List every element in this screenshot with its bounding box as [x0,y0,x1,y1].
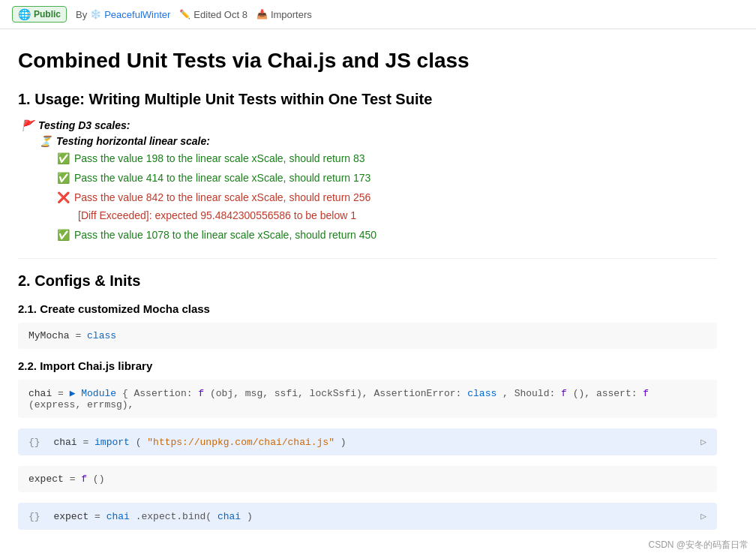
badge-label: Public [34,9,61,20]
expect-left: {} expect = chai .expect.bind( chai ) [28,511,253,522]
test-item-3: ❌ Pass the value 842 to the linear scale… [57,190,717,206]
code-f1: f [198,388,204,399]
importers-label: Importers [271,9,312,20]
code-import-kw: import [94,437,130,448]
flag-icon: 🚩 [21,119,34,131]
code-import-paren: ( [136,437,142,448]
pass-icon-1: ✅ [57,151,70,167]
code-module-brace: { [122,388,128,399]
code-f1-args: (obj, msg, ssfi, lockSsfi), [210,388,374,399]
code-expect-bind: expect = chai .expect.bind( chai ) [53,511,252,522]
code-class-kw: class [87,330,116,341]
fail-icon-3: ❌ [57,190,70,206]
test-subgroup: ⏳ Testing horizontal linear scale: ✅ Pas… [21,135,717,243]
code-equals: = [75,330,87,341]
pass-icon-2: ✅ [57,170,70,186]
code-import-line: chai = import ( "https://unpkg.com/chai/… [53,437,346,448]
code-expect-line1: expect = f () [28,473,104,485]
code-f4: f [81,473,87,485]
braces-icon: {} [28,437,40,448]
globe-icon: 🌐 [18,8,31,20]
code-f2-args: (), assert: [573,388,644,399]
code-expect-var: expect [28,473,64,485]
code-f2: f [561,388,567,399]
hourglass-icon: ⏳ [39,135,52,147]
main-content: Combined Unit Tests via Chai.js and JS c… [0,29,735,558]
test-item-2: ✅ Pass the value 414 to the linear scale… [57,170,717,186]
code-import-url: "https://unpkg.com/chai/chai.js" [147,437,334,448]
code-block-chai1: chai = ▶ Module { Assertion: f (obj, msg… [18,380,717,418]
test-cases: ✅ Pass the value 198 to the linear scale… [39,151,717,243]
run-arrow-2[interactable]: ▷ [700,510,706,522]
test-text-4: Pass the value 1078 to the linear scale … [74,227,376,243]
snowflake-icon: ❄️ [90,9,101,20]
diff-text: [Diff Exceeded]: expected 95.48423005565… [78,209,356,221]
code-expect-var2: expect [53,511,88,522]
sub22-heading: 2.2. Import Chai.js library [18,359,717,372]
section1-heading: 1. Usage: Writing Multiple Unit Tests wi… [18,89,717,109]
test-text-1: Pass the value 198 to the linear scale x… [74,151,365,167]
code-block-expect1: expect = f () [18,466,717,492]
watermark: CSDN @安冬的码畜日常 [648,539,748,551]
test-list: 🚩 Testing D3 scales: ⏳ Testing horizonta… [18,119,717,243]
subgroup-item: ⏳ Testing horizontal linear scale: [39,135,717,147]
code-assertion-label: Assertion: [134,388,199,399]
subgroup-label: Testing horizontal linear scale: [56,135,210,147]
code-module-arrow: ▶ Module [70,388,116,399]
test-text-3: Pass the value 842 to the linear scale x… [74,190,370,206]
import-left: {} chai = import ( "https://unpkg.com/ch… [28,437,346,448]
code-expect-eq: = [70,473,82,485]
code-assertion-err: AssertionError: [374,388,467,399]
code-expect-eq2: = [94,511,106,522]
section2-heading: 2. Configs & Inits [18,271,717,290]
pass-icon-4: ✅ [57,227,70,243]
main-title: Combined Unit Tests via Chai.js and JS c… [18,47,717,74]
code-block-expect2: {} expect = chai .expect.bind( chai ) ▷ [18,503,717,530]
header-bar: 🌐 Public By ❄️ PeacefulWinter ✏️ Edited … [0,0,756,29]
edited-info: ✏️ Edited Oct 8 [179,9,248,20]
author-name[interactable]: PeacefulWinter [104,9,170,20]
code-import-close: ) [340,437,346,448]
test-text-2: Pass the value 414 to the linear scale x… [74,170,370,186]
code-f3-args: (express, errmsg), [28,399,134,410]
test-item-1: ✅ Pass the value 198 to the linear scale… [57,151,717,167]
edited-label: Edited Oct 8 [194,9,248,20]
code-chai-var: chai [28,388,52,399]
braces-icon-2: {} [28,511,40,522]
code-chai-ref1: chai [106,511,130,522]
code-should-label: , Should: [502,388,561,399]
code-chai-eq2: = [82,437,94,448]
by-author: By ❄️ PeacefulWinter [76,9,170,20]
public-badge[interactable]: 🌐 Public [12,6,67,23]
code-f3: f [643,388,649,399]
code-chai-ref2: chai [218,511,241,522]
code-dot-expect: .expect.bind( [136,511,212,522]
code-block-import: {} chai = import ( "https://unpkg.com/ch… [18,428,717,455]
group-label: Testing D3 scales: [38,119,130,131]
code-block-21: MyMocha = class [18,323,717,349]
code-close-paren: ) [247,511,253,522]
edit-icon: ✏️ [179,9,190,20]
code-chai-line1: chai = ▶ Module { Assertion: f (obj, msg… [28,388,649,410]
code-chai-var2: chai [53,437,76,448]
code-mymocha: MyMocha = class [28,330,116,341]
code-f4-args: () [93,473,105,485]
diff-error: [Diff Exceeded]: expected 95.48423005565… [57,208,717,224]
test-group: 🚩 Testing D3 scales: [21,119,717,131]
import-icon: 📥 [256,9,268,20]
code-mymocha-text: MyMocha [28,330,70,341]
run-arrow-1[interactable]: ▷ [700,436,706,448]
test-item-4: ✅ Pass the value 1078 to the linear scal… [57,227,717,243]
section2-separator: 2. Configs & Inits [18,258,717,290]
sub21-heading: 2.1. Create customized Mocha class [18,302,717,315]
by-label: By [76,9,87,20]
code-chai-eq: = [58,388,70,399]
code-class-kw2: class [467,388,496,399]
importers-info: 📥 Importers [256,9,312,20]
